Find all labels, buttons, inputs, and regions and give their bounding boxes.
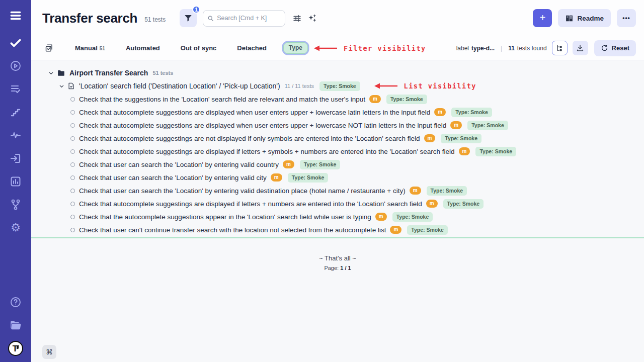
manual-badge: m — [410, 187, 421, 195]
analytics-icon[interactable] — [7, 173, 24, 190]
gear-icon[interactable]: ⚙ — [7, 219, 24, 236]
play-circle-icon[interactable] — [7, 57, 24, 74]
type-filter-pill[interactable]: Type — [283, 42, 308, 54]
test-row[interactable]: Check that the autocomplete suggestions … — [31, 210, 644, 223]
test-title[interactable]: Check that user can search the 'Location… — [79, 161, 279, 168]
suite-name[interactable]: 'Location' search field ('Destination Lo… — [79, 82, 280, 90]
menu-icon[interactable] — [7, 7, 24, 24]
tab-out-of-sync[interactable]: Out of sync — [181, 44, 217, 52]
list-check-icon[interactable] — [7, 80, 24, 98]
funnel-icon — [184, 14, 193, 23]
test-row[interactable]: Check that autocomplete suggestions are … — [31, 106, 644, 119]
test-status-icon — [70, 189, 75, 193]
help-icon[interactable] — [7, 294, 24, 311]
download-button[interactable] — [573, 41, 588, 55]
title-tests-count: 51 tests — [144, 16, 166, 23]
type-badge: Type: Smoke — [475, 147, 516, 156]
topbar-actions: + Readme ••• — [533, 9, 636, 27]
filter-bar: Manual 51 Automated Out of sync Detached… — [31, 36, 644, 60]
suite-type-badge: Type: Smoke — [319, 81, 360, 91]
test-status-icon — [70, 97, 75, 102]
filter-count-badge: 1 — [192, 6, 200, 14]
test-row[interactable]: Check that autocomplete suggestings are … — [31, 132, 644, 145]
view-settings-icon[interactable] — [290, 12, 303, 25]
suite-count: 11 / 11 tests — [285, 83, 314, 89]
import-icon[interactable] — [7, 150, 24, 167]
type-badge: Type: Smoke — [300, 160, 341, 169]
test-row[interactable]: Check that autocomplete suggestions are … — [31, 119, 644, 132]
test-title[interactable]: Check that the autocomplete suggestions … — [79, 213, 371, 221]
test-status-icon — [70, 149, 75, 154]
suite-row[interactable]: 'Location' search field ('Destination Lo… — [31, 79, 644, 93]
test-status-icon — [70, 162, 75, 167]
test-title[interactable]: Check that user can search the 'Location… — [79, 187, 406, 195]
manual-badge: m — [459, 147, 470, 155]
filter-funnel-button[interactable]: 1 — [180, 9, 197, 27]
tests-check-icon[interactable] — [7, 34, 24, 51]
test-list: Airport Transfer Search 51 tests 'Locati… — [31, 60, 644, 362]
steps-icon[interactable] — [7, 104, 24, 121]
manual-badge: m — [369, 95, 381, 103]
tab-manual-count: 51 — [100, 46, 105, 51]
chevron-down-icon[interactable] — [59, 83, 64, 89]
list-footer: ~ That's all ~ Page: 1 / 1 — [31, 254, 644, 271]
page-title: Transfer search — [42, 11, 137, 26]
add-test-button[interactable]: + — [533, 9, 552, 27]
tree-view-icon — [555, 44, 564, 52]
test-row[interactable]: Check that user can search the 'Location… — [31, 158, 644, 171]
test-status-icon — [70, 175, 75, 180]
download-icon — [576, 44, 584, 52]
reset-button[interactable]: Reset — [594, 40, 636, 56]
test-status-icon — [70, 215, 75, 219]
readme-label: Readme — [577, 15, 604, 22]
folder-row[interactable]: Airport Transfer Search 51 tests — [31, 66, 644, 79]
folder-icon — [57, 69, 65, 77]
test-row[interactable]: Check that the suggestions in the 'Locat… — [31, 93, 644, 106]
topbar: Transfer search 51 tests 1 + Readme — [31, 0, 644, 36]
type-badge: Type: Smoke — [467, 121, 508, 130]
test-row[interactable]: Check that autocomplete suggestings are … — [31, 145, 644, 158]
list-visibility-annotation: List visibility — [374, 82, 476, 90]
test-row[interactable]: Check that autocomplete suggestings are … — [31, 197, 644, 210]
keyboard-shortcuts-button[interactable]: ⌘ — [42, 345, 56, 359]
left-arrow-icon — [313, 45, 338, 51]
folder-name[interactable]: Airport Transfer Search — [69, 69, 148, 77]
test-title[interactable]: Check that autocomplete suggestings are … — [79, 148, 455, 155]
sparkles-icon[interactable] — [305, 12, 318, 25]
readme-button[interactable]: Readme — [558, 9, 611, 27]
select-all-icon[interactable] — [43, 43, 54, 54]
search-input[interactable] — [217, 15, 281, 22]
test-title[interactable]: Check that autocomplete suggestings are … — [79, 200, 422, 208]
test-status-icon — [70, 110, 75, 115]
test-row[interactable]: Check that user can't continue transfer … — [31, 223, 644, 236]
test-title[interactable]: Check that the suggestions in the 'Locat… — [79, 96, 365, 103]
manual-badge: m — [450, 121, 462, 129]
test-title[interactable]: Check that autocomplete suggestions are … — [79, 122, 446, 129]
test-status-icon — [70, 136, 75, 141]
app-window: ⚙ T Transfer search 51 tests 1 — [0, 0, 644, 362]
pulse-icon[interactable] — [7, 127, 24, 144]
tree-view-toggle[interactable] — [552, 41, 568, 55]
manual-badge: m — [375, 213, 387, 221]
branch-icon[interactable] — [7, 196, 24, 213]
test-row[interactable]: Check that user can search the 'Location… — [31, 171, 644, 184]
tab-manual[interactable]: Manual 51 — [75, 44, 105, 52]
test-title[interactable]: Check that autocomplete suggestions are … — [79, 109, 430, 116]
test-row[interactable]: Check that user can search the 'Location… — [31, 184, 644, 197]
test-title[interactable]: Check that user can search the 'Location… — [79, 174, 267, 182]
manual-badge: m — [271, 173, 282, 182]
main-area: Transfer search 51 tests 1 + Readme — [31, 0, 644, 362]
more-options-button[interactable]: ••• — [617, 9, 636, 27]
type-badge: Type: Smoke — [443, 199, 484, 209]
folder-count: 51 tests — [152, 70, 173, 76]
test-title[interactable]: Check that autocomplete suggestings are … — [79, 135, 420, 142]
type-badge: Type: Smoke — [407, 225, 448, 235]
test-title[interactable]: Check that user can't continue transfer … — [79, 226, 386, 234]
type-badge: Type: Smoke — [288, 173, 329, 183]
chevron-down-icon[interactable] — [48, 70, 54, 76]
logo-t[interactable]: T — [7, 340, 24, 357]
tab-automated[interactable]: Automated — [126, 44, 160, 52]
tab-detached[interactable]: Detached — [237, 44, 267, 52]
manual-badge: m — [390, 226, 401, 234]
docs-folder-icon[interactable] — [7, 317, 24, 334]
